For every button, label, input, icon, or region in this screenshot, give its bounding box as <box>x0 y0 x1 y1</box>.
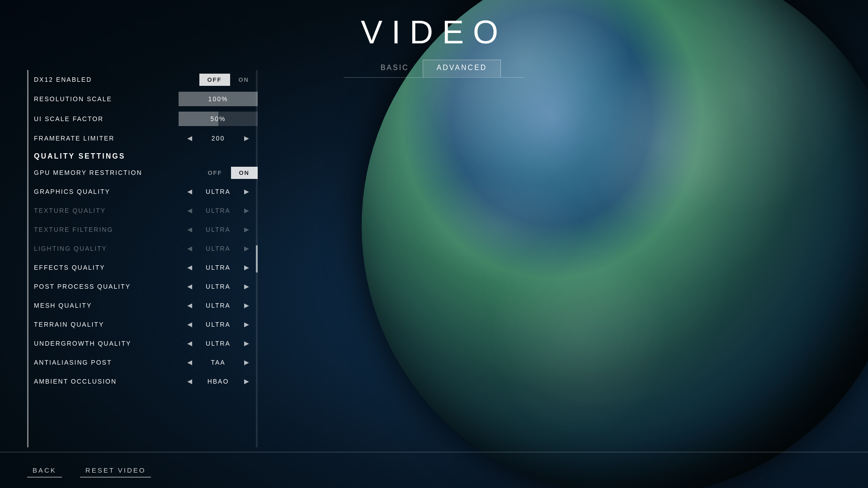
texture-filtering-left-btn[interactable]: ◄ <box>183 224 197 235</box>
lighting-label: LIGHTING QUALITY <box>34 245 179 252</box>
setting-row-effects: EFFECTS QUALITY ◄ ULTRA ► <box>34 258 258 277</box>
ambient-occlusion-left-btn[interactable]: ◄ <box>183 376 197 387</box>
antialiasing-value: TAA <box>200 359 236 366</box>
framerate-value: 200 <box>200 135 236 142</box>
gpu-on-btn[interactable]: ON <box>231 167 258 179</box>
lighting-control: ◄ ULTRA ► <box>179 243 258 254</box>
post-process-control: ◄ ULTRA ► <box>179 281 258 292</box>
setting-row-mesh: MESH QUALITY ◄ ULTRA ► <box>34 296 258 315</box>
graphics-left-btn[interactable]: ◄ <box>183 186 197 197</box>
lighting-right-btn[interactable]: ► <box>240 243 254 254</box>
texture-quality-value: ULTRA <box>200 207 236 214</box>
setting-row-texture-filtering: TEXTURE FILTERING ◄ ULTRA ► <box>34 220 258 239</box>
lighting-value: ULTRA <box>200 245 236 252</box>
dx12-on-btn[interactable]: ON <box>230 73 258 86</box>
effects-value: ULTRA <box>200 264 236 271</box>
undergrowth-label: UNDERGROWTH QUALITY <box>34 340 179 347</box>
gpu-memory-label: GPU MEMORY RESTRICTION <box>34 169 199 176</box>
terrain-right-btn[interactable]: ► <box>240 319 254 330</box>
post-process-left-btn[interactable]: ◄ <box>183 281 197 292</box>
setting-row-resolution: RESOLUTION SCALE 100% <box>34 89 258 109</box>
mesh-right-btn[interactable]: ► <box>240 300 254 311</box>
graphics-right-btn[interactable]: ► <box>240 186 254 197</box>
ambient-occlusion-value: HBAO <box>200 378 236 385</box>
mesh-label: MESH QUALITY <box>34 302 179 309</box>
framerate-right-btn[interactable]: ► <box>240 133 254 144</box>
quality-settings-header: QUALITY SETTINGS <box>34 148 258 163</box>
setting-row-undergrowth: UNDERGROWTH QUALITY ◄ ULTRA ► <box>34 334 258 353</box>
bottom-buttons: BACK RESET VIDEO <box>0 452 868 488</box>
tab-advanced[interactable]: ADVANCED <box>423 60 501 77</box>
effects-right-btn[interactable]: ► <box>240 262 254 273</box>
resolution-value: 100% <box>208 95 228 103</box>
texture-quality-control: ◄ ULTRA ► <box>179 205 258 216</box>
ambient-occlusion-label: AMBIENT OCCLUSION <box>34 378 179 385</box>
left-border <box>27 70 28 447</box>
resolution-label: RESOLUTION SCALE <box>34 95 179 103</box>
texture-quality-left-btn[interactable]: ◄ <box>183 205 197 216</box>
gpu-off-btn[interactable]: OFF <box>199 166 231 179</box>
setting-row-ui-scale: UI SCALE FACTOR 50% <box>34 109 258 129</box>
mesh-control: ◄ ULTRA ► <box>179 300 258 311</box>
post-process-right-btn[interactable]: ► <box>240 281 254 292</box>
texture-filtering-label: TEXTURE FILTERING <box>34 226 179 233</box>
ambient-occlusion-control: ◄ HBAO ► <box>179 376 258 387</box>
setting-row-terrain: TERRAIN QUALITY ◄ ULTRA ► <box>34 315 258 334</box>
settings-list: DX12 ENABLED OFF ON RESOLUTION SCALE 100… <box>27 70 258 447</box>
setting-row-ambient-occlusion: AMBIENT OCCLUSION ◄ HBAO ► <box>34 372 258 391</box>
tabs-container: BASIC ADVANCED <box>344 60 524 78</box>
reset-video-button[interactable]: RESET VIDEO <box>80 463 151 478</box>
ui-scale-label: UI SCALE FACTOR <box>34 115 179 122</box>
ui-scale-slider[interactable]: 50% <box>179 112 258 126</box>
ambient-occlusion-right-btn[interactable]: ► <box>240 376 254 387</box>
post-process-value: ULTRA <box>200 283 236 290</box>
mesh-value: ULTRA <box>200 302 236 309</box>
antialiasing-control: ◄ TAA ► <box>179 357 258 368</box>
dx12-toggle: OFF ON <box>199 73 258 86</box>
page-title: VIDEO <box>361 14 507 51</box>
undergrowth-value: ULTRA <box>200 340 236 347</box>
framerate-left-btn[interactable]: ◄ <box>183 133 197 144</box>
tab-basic[interactable]: BASIC <box>367 60 423 77</box>
setting-row-antialiasing: ANTIALIASING POST ◄ TAA ► <box>34 353 258 372</box>
setting-row-lighting: LIGHTING QUALITY ◄ ULTRA ► <box>34 239 258 258</box>
post-process-label: POST PROCESS QUALITY <box>34 283 179 290</box>
terrain-left-btn[interactable]: ◄ <box>183 319 197 330</box>
antialiasing-left-btn[interactable]: ◄ <box>183 357 197 368</box>
texture-quality-right-btn[interactable]: ► <box>240 205 254 216</box>
effects-left-btn[interactable]: ◄ <box>183 262 197 273</box>
mesh-left-btn[interactable]: ◄ <box>183 300 197 311</box>
setting-row-graphics: GRAPHICS QUALITY ◄ ULTRA ► <box>34 182 258 201</box>
undergrowth-left-btn[interactable]: ◄ <box>183 338 197 349</box>
texture-filtering-right-btn[interactable]: ► <box>240 224 254 235</box>
ui-scale-value: 50% <box>210 115 226 122</box>
settings-panel: DX12 ENABLED OFF ON RESOLUTION SCALE 100… <box>27 70 258 447</box>
setting-row-texture-quality: TEXTURE QUALITY ◄ ULTRA ► <box>34 201 258 220</box>
page-container: VIDEO BASIC ADVANCED DX12 ENABLED OFF ON <box>0 0 868 488</box>
dx12-off-btn[interactable]: OFF <box>199 74 230 86</box>
scroll-thumb <box>256 245 258 272</box>
scrollbar[interactable] <box>256 70 258 447</box>
graphics-control: ◄ ULTRA ► <box>179 186 258 197</box>
terrain-label: TERRAIN QUALITY <box>34 321 179 328</box>
framerate-label: FRAMERATE LIMITER <box>34 135 179 142</box>
resolution-slider[interactable]: 100% <box>179 92 258 106</box>
texture-quality-label: TEXTURE QUALITY <box>34 207 179 214</box>
undergrowth-control: ◄ ULTRA ► <box>179 338 258 349</box>
graphics-value: ULTRA <box>200 188 236 195</box>
graphics-label: GRAPHICS QUALITY <box>34 188 179 195</box>
back-button[interactable]: BACK <box>27 463 62 478</box>
framerate-control: ◄ 200 ► <box>179 133 258 144</box>
dx12-label: DX12 ENABLED <box>34 76 199 83</box>
setting-row-framerate: FRAMERATE LIMITER ◄ 200 ► <box>34 129 258 148</box>
undergrowth-right-btn[interactable]: ► <box>240 338 254 349</box>
lighting-left-btn[interactable]: ◄ <box>183 243 197 254</box>
setting-row-dx12: DX12 ENABLED OFF ON <box>34 70 258 89</box>
setting-row-post-process: POST PROCESS QUALITY ◄ ULTRA ► <box>34 277 258 296</box>
texture-filtering-value: ULTRA <box>200 226 236 233</box>
terrain-control: ◄ ULTRA ► <box>179 319 258 330</box>
effects-control: ◄ ULTRA ► <box>179 262 258 273</box>
antialiasing-right-btn[interactable]: ► <box>240 357 254 368</box>
antialiasing-label: ANTIALIASING POST <box>34 359 179 366</box>
gpu-memory-toggle: OFF ON <box>199 166 258 179</box>
